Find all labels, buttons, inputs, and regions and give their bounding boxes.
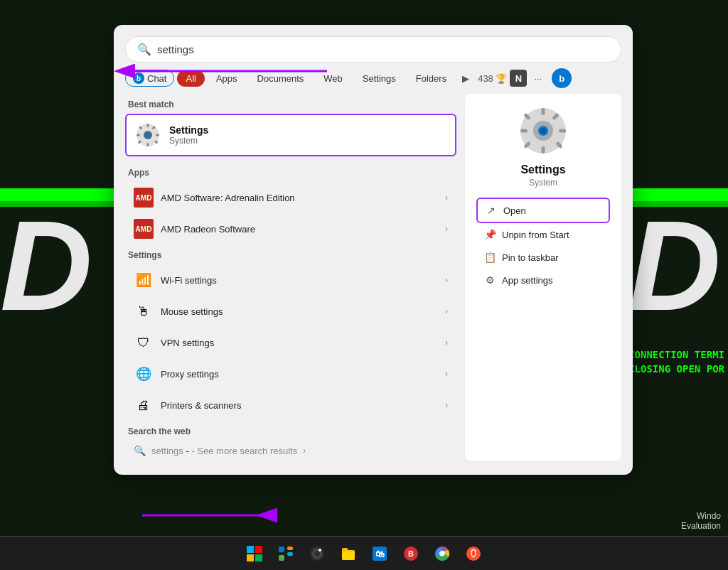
taskbar: 🛍 B bbox=[0, 536, 728, 570]
taskbar-icons: 🛍 B bbox=[240, 539, 488, 568]
taskbar-chrome[interactable] bbox=[428, 539, 456, 568]
svg-point-16 bbox=[540, 128, 546, 134]
unpin-icon: 📌 bbox=[483, 229, 496, 240]
list-item-amd-software[interactable]: AMD AMD Software: Adrenalin Edition › bbox=[125, 182, 456, 213]
chevron-icon-5: › bbox=[445, 369, 448, 379]
tab-documents[interactable]: Documents bbox=[249, 70, 313, 87]
svg-rect-19 bbox=[520, 129, 528, 133]
best-match-label: Best match bbox=[125, 94, 456, 114]
svg-rect-31 bbox=[287, 552, 293, 556]
taskbar-bitdefender[interactable]: B bbox=[397, 539, 425, 568]
svg-rect-6 bbox=[147, 124, 149, 127]
big-letter-left: D bbox=[0, 192, 92, 339]
search-input[interactable] bbox=[157, 43, 609, 55]
left-panel: Best match bbox=[125, 94, 456, 461]
svg-point-43 bbox=[440, 551, 445, 556]
tab-folders-label: Folders bbox=[416, 73, 446, 84]
tab-web[interactable]: Web bbox=[315, 70, 351, 87]
tab-folders[interactable]: Folders bbox=[407, 70, 455, 87]
tab-apps[interactable]: Apps bbox=[208, 70, 246, 87]
n-badge[interactable]: N bbox=[510, 70, 527, 87]
ctx-open[interactable]: ↗ Open bbox=[476, 198, 610, 223]
list-item-printers[interactable]: 🖨 Printers & scanners › bbox=[125, 389, 456, 421]
search-web-icon: 🔍 bbox=[134, 445, 146, 456]
list-item-vpn[interactable]: 🛡 VPN settings › bbox=[125, 327, 456, 358]
open-icon: ↗ bbox=[485, 205, 498, 216]
settings-app-icon bbox=[135, 122, 161, 148]
taskbar-ms-store[interactable]: 🛍 bbox=[365, 539, 394, 568]
chevron-icon-1: › bbox=[445, 224, 448, 234]
taskbar-file-explorer[interactable] bbox=[334, 539, 363, 568]
svg-rect-25 bbox=[247, 546, 254, 553]
proxy-icon: 🌐 bbox=[134, 364, 154, 384]
search-web-text: settings - - See more search results bbox=[151, 446, 297, 456]
svg-rect-26 bbox=[255, 546, 262, 553]
vpn-icon: 🛡 bbox=[134, 333, 154, 353]
settings-large-icon bbox=[518, 105, 569, 156]
search-web-item[interactable]: 🔍 settings - - See more search results › bbox=[125, 441, 456, 461]
svg-point-5 bbox=[146, 133, 151, 138]
svg-rect-32 bbox=[279, 555, 284, 561]
ctx-app-settings[interactable]: ⚙ App settings bbox=[476, 269, 610, 291]
svg-rect-29 bbox=[279, 547, 284, 552]
svg-text:🛍: 🛍 bbox=[375, 549, 385, 559]
proxy-label: Proxy settings bbox=[161, 369, 445, 380]
taskbar-brave[interactable] bbox=[459, 539, 488, 568]
tab-chat[interactable]: b Chat bbox=[125, 70, 174, 87]
chevron-icon-6: › bbox=[445, 400, 448, 410]
tab-settings[interactable]: Settings bbox=[354, 70, 405, 87]
list-item-wifi[interactable]: 📶 Wi-Fi settings › bbox=[125, 264, 456, 296]
svg-rect-7 bbox=[147, 143, 149, 146]
taskbar-obs[interactable] bbox=[303, 539, 331, 568]
svg-text:B: B bbox=[408, 549, 414, 558]
tab-web-label: Web bbox=[323, 73, 343, 84]
amd-radeon-icon: AMD bbox=[134, 219, 154, 239]
amd-radeon-label: AMD Radeon Software bbox=[161, 224, 445, 235]
tab-documents-label: Documents bbox=[257, 73, 304, 84]
play-button[interactable]: ▶ bbox=[458, 70, 473, 87]
tab-all[interactable]: All bbox=[177, 70, 204, 87]
tab-chat-label: Chat bbox=[147, 73, 166, 84]
printers-label: Printers & scanners bbox=[161, 400, 445, 411]
list-item-amd-radeon[interactable]: AMD AMD Radeon Software › bbox=[125, 213, 456, 244]
ctx-unpin-label: Unpin from Start bbox=[502, 230, 569, 240]
svg-rect-27 bbox=[247, 554, 254, 561]
mouse-label: Mouse settings bbox=[161, 306, 445, 317]
big-letter-right: D bbox=[628, 192, 721, 339]
right-panel-subtitle: System bbox=[529, 178, 557, 188]
ctx-pin-taskbar-label: Pin to taskbar bbox=[502, 252, 559, 263]
ctx-pin-taskbar[interactable]: 📋 Pin to taskbar bbox=[476, 246, 610, 269]
best-match-text: Settings System bbox=[169, 124, 208, 146]
search-bar: 🔍 bbox=[125, 36, 621, 63]
amd-software-icon: AMD bbox=[134, 188, 154, 208]
tab-settings-label: Settings bbox=[363, 73, 396, 84]
printer-icon: 🖨 bbox=[134, 395, 154, 415]
chevron-icon-web: › bbox=[303, 446, 306, 456]
chat-tab-icon: b bbox=[133, 72, 144, 84]
amd-software-label: AMD Software: Adrenalin Edition bbox=[161, 193, 445, 203]
ctx-unpin[interactable]: 📌 Unpin from Start bbox=[476, 223, 610, 246]
svg-rect-30 bbox=[287, 547, 293, 550]
chevron-icon-3: › bbox=[445, 306, 448, 316]
taskbar-widgets[interactable] bbox=[272, 539, 300, 568]
search-web-label: Search the web bbox=[125, 421, 456, 441]
list-item-mouse[interactable]: 🖱 Mouse settings › bbox=[125, 296, 456, 327]
search-score: 438 🏆 bbox=[478, 73, 507, 84]
svg-point-36 bbox=[318, 549, 321, 552]
more-options[interactable]: ··· bbox=[530, 70, 546, 87]
ctx-open-label: Open bbox=[503, 205, 526, 216]
app-settings-icon: ⚙ bbox=[483, 274, 496, 286]
list-item-proxy[interactable]: 🌐 Proxy settings › bbox=[125, 358, 456, 389]
context-menu: ↗ Open 📌 Unpin from Start 📋 Pin to taskb… bbox=[476, 198, 610, 291]
right-panel: Settings System ↗ Open 📌 Unpin from Star… bbox=[465, 94, 621, 461]
best-match-item[interactable]: Settings System bbox=[125, 114, 456, 156]
search-popup: 🔍 b Chat All Apps Documents Web Settings… bbox=[114, 25, 633, 475]
filter-tabs: b Chat All Apps Documents Web Settings F… bbox=[114, 63, 633, 94]
vpn-label: VPN settings bbox=[161, 338, 445, 348]
tab-all-label: All bbox=[186, 73, 196, 84]
mouse-icon: 🖱 bbox=[134, 301, 154, 321]
wifi-label: Wi-Fi settings bbox=[161, 275, 445, 286]
ctx-app-settings-label: App settings bbox=[502, 275, 553, 286]
taskbar-windows-start[interactable] bbox=[240, 539, 269, 568]
bing-icon[interactable]: b bbox=[552, 68, 572, 88]
